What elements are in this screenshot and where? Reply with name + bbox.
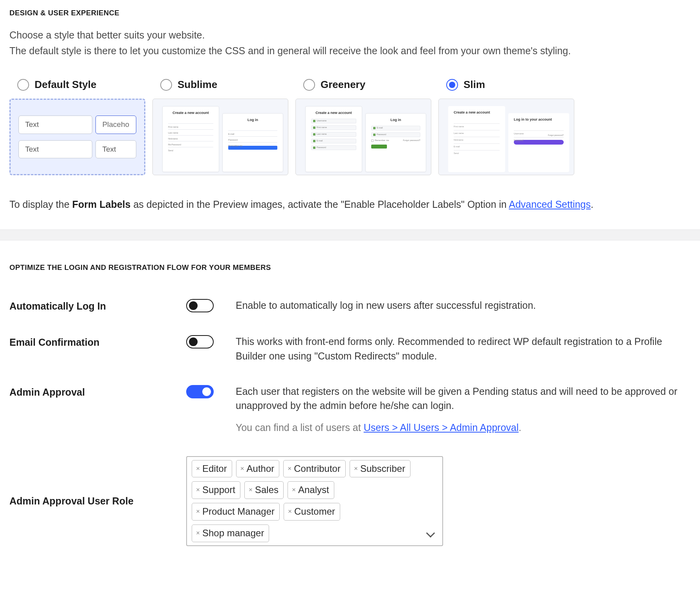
style-option-default[interactable]: Default Style Text Text Placeho Text [9,77,145,175]
preview-label: Password [514,139,523,141]
admin-approval-note: You can find a list of users at Users > … [236,420,691,435]
role-tag[interactable]: ×Author [236,460,280,478]
role-tag[interactable]: ×Subscriber [350,460,410,478]
preview-default: Text Text Placeho Text [9,99,145,175]
remove-tag-icon[interactable]: × [354,464,358,474]
role-tag[interactable]: ×Support [192,481,240,499]
role-tag-label: Support [202,483,235,497]
style-option-sublime[interactable]: Sublime Create a new account First name … [152,77,288,175]
radio-slim[interactable] [446,79,458,91]
section-title-optimize: OPTIMIZE THE LOGIN AND REGISTRATION FLOW… [9,262,691,273]
role-tag[interactable]: ×Editor [192,460,232,478]
auto-login-label: Automatically Log In [9,298,186,313]
hint-text: as depicted in the Preview images, activ… [130,199,509,210]
preview-login-button [371,145,387,149]
admin-approval-role-label: Admin Approval User Role [9,494,186,508]
role-tag-label: Contributor [294,462,341,476]
preview-label: Password [377,133,386,136]
hint-text: . [591,199,594,210]
email-confirmation-desc: This works with front-end forms only. Re… [236,334,691,363]
style-label-sublime: Sublime [178,77,217,92]
remove-tag-icon[interactable]: × [288,464,291,474]
role-tag-label: Shop manager [202,526,264,540]
role-tag-label: Product Manager [202,505,275,519]
design-desc-line2: The default style is there to let you cu… [9,44,691,58]
preview-card-title: Log in to your account [514,117,564,122]
remove-tag-icon[interactable]: × [196,528,200,538]
role-tag[interactable]: ×Shop manager [192,524,269,542]
radio-default[interactable] [17,79,29,91]
auto-login-toggle[interactable] [186,299,214,312]
admin-approval-toggle[interactable] [186,385,214,398]
preview-label: Password [317,146,326,149]
preview-label: Remember me [228,145,242,147]
preview-field: Text [95,140,136,159]
chevron-down-icon[interactable] [427,527,434,540]
preview-label: Send [454,152,459,154]
radio-greenery[interactable] [303,79,315,91]
remove-tag-icon[interactable]: × [240,464,244,474]
preview-label: E-mail [377,127,383,130]
form-labels-hint: To display the Form Labels as depicted i… [9,197,691,211]
preview-label: Forgot password? [403,139,420,142]
role-tag[interactable]: ×Sales [244,481,284,499]
preview-card-title: Log in [371,117,420,123]
design-desc-line1: Choose a style that better suits your we… [9,28,691,42]
preview-card-title: Log in [228,117,277,123]
preview-card-title: Create a new account [454,110,500,115]
role-tag-label: Editor [202,462,227,476]
preview-label: E-mail [317,139,323,143]
preview-field: Text [18,116,92,134]
style-label-default: Default Style [35,77,97,92]
preview-label: First name [317,126,327,129]
role-tag[interactable]: ×Customer [284,503,340,521]
preview-greenery: Create a new account Username First name… [295,99,431,175]
preview-label: Username [317,119,326,123]
role-tag-label: Subscriber [360,462,405,476]
role-tag[interactable]: ×Analyst [288,481,334,499]
role-tag-label: Sales [255,483,279,497]
preview-label: Last name [317,133,327,136]
preview-label: Remember me [375,139,389,142]
preview-card-title: Create a new account [168,110,213,116]
remove-tag-icon[interactable]: × [196,464,200,474]
preview-field: Text [18,140,92,159]
style-label-slim: Slim [464,77,485,92]
hint-text: To display the [9,199,72,210]
role-tag-label: Author [247,462,275,476]
admin-approval-label: Admin Approval [9,384,186,399]
email-confirmation-label: Email Confirmation [9,334,186,349]
preview-sublime: Create a new account First name Last nam… [152,99,288,175]
remove-tag-icon[interactable]: × [292,485,296,495]
role-tag-label: Customer [294,505,335,519]
role-tag[interactable]: ×Product Manager [192,503,280,521]
hint-strong: Form Labels [72,199,131,210]
advanced-settings-link[interactable]: Advanced Settings [509,199,590,210]
email-confirmation-toggle[interactable] [186,335,214,348]
remove-tag-icon[interactable]: × [249,485,253,495]
preview-slim: Create a new account First name Last nam… [438,99,574,175]
style-option-greenery[interactable]: Greenery Create a new account Username F… [295,77,431,175]
preview-field: Placeho [95,116,136,134]
role-tag[interactable]: ×Contributor [283,460,346,478]
preview-card-title: Create a new account [311,110,356,116]
section-title-design: DESIGN & USER EXPERIENCE [9,8,691,18]
admin-approval-desc: Each user that registers on the website … [236,384,691,413]
section-divider [0,229,700,240]
style-options: Default Style Text Text Placeho Text Sub… [9,77,691,175]
role-tag-label: Analyst [298,483,329,497]
note-text: You can find a list of users at [236,422,364,433]
style-label-greenery: Greenery [321,77,365,92]
style-option-slim[interactable]: Slim Create a new account First name Las… [438,77,574,175]
remove-tag-icon[interactable]: × [196,485,200,495]
radio-sublime[interactable] [160,79,172,91]
auto-login-desc: Enable to automatically log in new users… [236,298,691,312]
users-admin-approval-link[interactable]: Users > All Users > Admin Approval [364,422,519,433]
preview-label: Send [168,149,173,152]
remove-tag-icon[interactable]: × [196,507,200,517]
admin-approval-role-select[interactable]: ×Editor×Author×Contributor×Subscriber×Su… [186,456,443,546]
remove-tag-icon[interactable]: × [288,507,292,517]
note-text: . [519,422,521,433]
